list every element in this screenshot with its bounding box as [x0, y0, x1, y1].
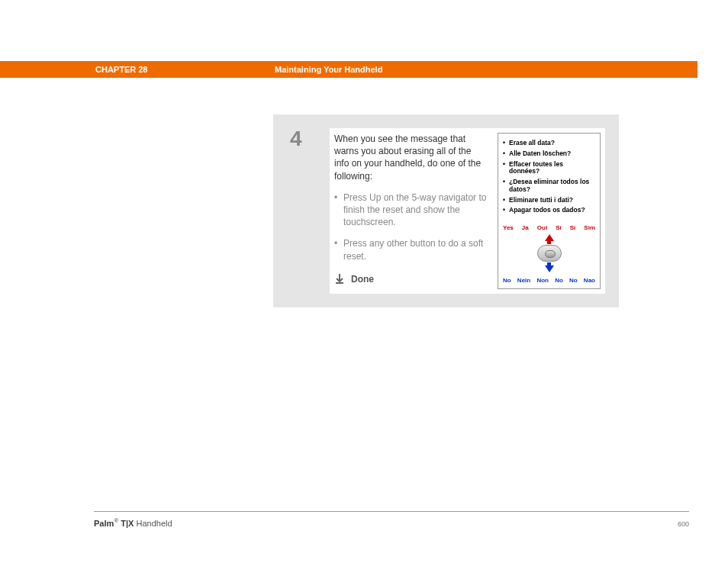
arrow-up-icon [545, 234, 554, 241]
chapter-header: CHAPTER 28 Maintaining Your Handheld [0, 61, 697, 78]
done-label: Done [351, 274, 374, 285]
step-bullet-list: Press Up on the 5-way navigator to finis… [334, 191, 487, 262]
step-panel: 4 When you see the message that warns yo… [273, 114, 619, 307]
yes-row: Yes Ja Oui Sí Sì Sim [503, 223, 595, 233]
done-arrow-icon [334, 273, 345, 286]
no-row: No Nein Non No No Nao [503, 275, 595, 285]
done-row: Done [334, 273, 487, 286]
page-footer: Palm® T|X Handheld 600 [94, 517, 689, 528]
no-label: No [555, 277, 563, 284]
no-label: Nein [517, 277, 530, 284]
yes-label: Sim [584, 224, 595, 231]
yes-label: Sì [570, 224, 576, 231]
yes-label: Ja [522, 224, 529, 231]
footer-model: T|X [118, 519, 134, 528]
arrow-down-icon [545, 265, 554, 272]
yes-label: Oui [537, 224, 547, 231]
step-bullet: Press any other button to do a soft rese… [334, 237, 487, 262]
erase-message: Alle Daten löschen? [503, 150, 595, 158]
page-number: 600 [678, 520, 689, 528]
yes-label: Sí [556, 224, 562, 231]
erase-message: Eliminare tutti i dati? [503, 197, 595, 204]
step-body: When you see the message that warns you … [330, 128, 605, 294]
no-label: Non [536, 277, 549, 284]
navigator-button-icon [537, 245, 562, 262]
erase-message-list: Erase all data? Alle Daten löschen? Effa… [503, 140, 595, 220]
device-screenshot: Erase all data? Alle Daten löschen? Effa… [498, 133, 601, 289]
no-label: Nao [584, 277, 595, 284]
step-intro: When you see the message that warns you … [334, 133, 487, 182]
no-label: No [503, 277, 511, 284]
erase-message: Effacer toutes les données? [503, 161, 595, 176]
step-text-column: When you see the message that warns you … [330, 128, 494, 294]
step-number: 4 [284, 128, 330, 294]
no-label: No [569, 277, 578, 284]
arrow-up-stem [547, 241, 551, 244]
footer-brand-line: Palm® T|X Handheld [94, 517, 172, 528]
navigator-graphic [503, 233, 595, 274]
erase-message: Erase all data? [503, 140, 595, 147]
footer-suffix: Handheld [134, 519, 172, 528]
footer-brand: Palm [94, 519, 114, 528]
yes-label: Yes [503, 224, 514, 231]
erase-message: ¿Desea eliminar todos los datos? [503, 179, 595, 194]
erase-message: Apagar todos os dados? [503, 207, 595, 214]
step-bullet: Press Up on the 5-way navigator to finis… [334, 191, 487, 229]
chapter-title: Maintaining Your Handheld [275, 65, 382, 74]
chapter-label: CHAPTER 28 [95, 65, 147, 74]
footer-rule [94, 511, 689, 512]
